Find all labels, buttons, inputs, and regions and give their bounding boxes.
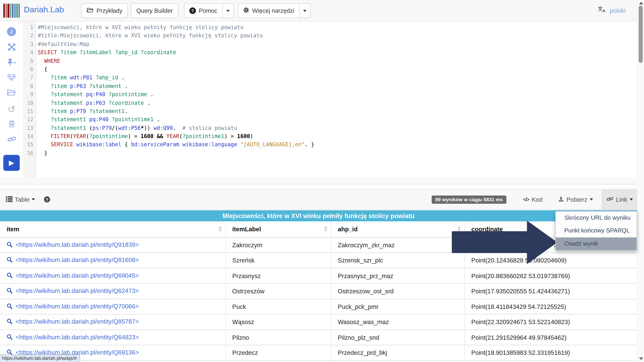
cell-ahp_id: Ostrzeszow_ost_srd — [331, 284, 464, 299]
query-builder-button[interactable]: Query Builder — [131, 3, 178, 18]
open-folder-icon — [87, 8, 94, 14]
question-circle-icon: ? — [190, 8, 196, 14]
chevron-down-icon — [303, 10, 306, 12]
info-icon[interactable]: i — [0, 27, 23, 36]
language-selector[interactable]: polski — [610, 7, 626, 14]
line-number: 2 — [23, 32, 36, 40]
entity-link[interactable]: <https://wikihum.lab.dariah.pl/entity/Q9… — [16, 241, 139, 248]
download-label: Pobierz — [566, 196, 587, 203]
dariah-logo-icon[interactable] — [3, 4, 20, 18]
code-label: Kod — [532, 196, 542, 203]
view-label: Table — [15, 196, 30, 203]
query-builder-label: Query Builder — [136, 8, 173, 14]
magnifier-icon[interactable] — [6, 303, 13, 310]
magnifier-icon[interactable] — [6, 257, 13, 264]
code-line[interactable]: ?statement pq:P40 ?pointintime . — [38, 90, 636, 99]
code-line[interactable]: ?statement1 (ps:P79/(wdt:P56*)) wd:Q99. … — [38, 124, 636, 132]
view-selector[interactable]: Table — [6, 196, 35, 203]
code-line[interactable]: } — [38, 149, 636, 157]
run-query-button[interactable]: ▶ — [3, 155, 20, 171]
download-button[interactable]: Pobierz — [558, 196, 593, 203]
gem-icon[interactable] — [0, 74, 23, 81]
results-title: Miejscowości, które w XVI wieku pełniły … — [0, 210, 637, 222]
cell-item: <https://wikihum.lab.dariah.pl/entity/Q7… — [0, 299, 226, 314]
cell-coordinate: Point(17.935020555 51.424436271) — [464, 284, 637, 299]
link-icon[interactable] — [0, 135, 23, 143]
entity-link[interactable]: <https://wikihum.lab.dariah.pl/entity/Q8… — [16, 256, 139, 264]
code-line[interactable]: #Miejscowości, które w XVI wieku pełniły… — [38, 24, 636, 32]
gear-icon — [243, 7, 249, 14]
cell-item: <https://wikihum.lab.dariah.pl/entity/Q8… — [0, 314, 226, 330]
line-number: 7 — [23, 74, 36, 82]
more-tools-button[interactable]: Więcej narzędzi — [238, 3, 299, 18]
line-gutter: 12345678910111213141516 — [23, 21, 36, 178]
column-header-itemLabel[interactable]: itemLabel — [226, 221, 331, 237]
entity-link[interactable]: <https://wikihum.lab.dariah.pl/entity/Q8… — [16, 318, 139, 325]
column-header-ahp_id[interactable]: ahp_id — [331, 221, 464, 237]
column-header-item[interactable]: item — [0, 221, 226, 237]
open-folder-icon[interactable] — [0, 89, 23, 96]
cell-ahp_id: Zakroczym_zkr_maz — [331, 237, 464, 253]
code-line[interactable]: #title:Miejscowości, które w XVI wieku p… — [38, 32, 636, 40]
download-icon — [558, 196, 564, 203]
menu-item-2[interactable]: Punkt końcowy SPARQL — [556, 224, 637, 237]
code-lines[interactable]: #Miejscowości, które w XVI wieku pełniły… — [38, 21, 636, 180]
menu-item-3[interactable]: Osadź wynik — [556, 237, 637, 250]
sort-icon[interactable] — [218, 226, 222, 232]
link-button[interactable]: Link — [602, 190, 637, 210]
code-line[interactable]: #defaultView:Map — [38, 40, 636, 48]
help-button[interactable]: ? Pomoc — [184, 3, 222, 18]
magnifier-icon[interactable] — [6, 334, 13, 341]
scrollbar-up-arrow[interactable] — [639, 2, 643, 4]
line-number: 4 — [23, 48, 36, 57]
magnifier-icon[interactable] — [6, 272, 13, 280]
link-label: Link — [616, 196, 627, 203]
magnifier-icon[interactable] — [6, 242, 13, 249]
cell-item: <https://wikihum.lab.dariah.pl/entity/Q6… — [0, 284, 226, 299]
trash-icon[interactable] — [0, 120, 23, 128]
code-line[interactable]: SERVICE wikibase:label { bd:serviceParam… — [38, 141, 636, 149]
pin-icon[interactable] — [0, 58, 23, 66]
examples-button[interactable]: Przykłady — [82, 3, 128, 18]
chevron-down-icon — [226, 10, 230, 12]
entity-link[interactable]: <https://wikihum.lab.dariah.pl/entity/Q6… — [16, 287, 139, 294]
scrollbar-thumb[interactable] — [639, 6, 643, 63]
table-row: <https://wikihum.lab.dariah.pl/entity/Q7… — [0, 299, 637, 314]
page-scrollbar[interactable] — [637, 0, 644, 362]
cell-coordinate: Point(18.411843429 54.72125525) — [464, 299, 637, 314]
brand-title[interactable]: Dariah.Lab — [24, 5, 64, 14]
code-button[interactable]: </> Kod — [523, 196, 542, 203]
code-line[interactable]: { — [38, 65, 636, 74]
table-row: <https://wikihum.lab.dariah.pl/entity/Q6… — [0, 345, 637, 360]
cell-itemLabel: Pilzno — [226, 330, 331, 345]
help-dropdown-toggle[interactable] — [222, 3, 234, 18]
help-circle-icon[interactable]: ? — [44, 196, 50, 202]
cell-coordinate: Point(20.883660262 53.019738769) — [464, 268, 637, 284]
line-number: 13 — [23, 124, 36, 132]
cell-item: <https://wikihum.lab.dariah.pl/entity/Q8… — [0, 253, 226, 268]
magnifier-icon[interactable] — [6, 288, 13, 295]
code-line[interactable]: ?statement1 pq:P40 ?pointintime1 . — [38, 116, 636, 124]
entity-link[interactable]: <https://wikihum.lab.dariah.pl/entity/Q6… — [16, 334, 139, 340]
code-line[interactable]: ?item p:P63 ?statement . — [38, 82, 636, 90]
line-number: 6 — [23, 65, 36, 74]
scrollbar-down-arrow[interactable] — [639, 357, 643, 360]
cell-itemLabel: Przedecz — [226, 345, 331, 360]
menu-item-1[interactable]: Skrócony URL do wyniku — [556, 212, 637, 224]
code-line[interactable]: ?item p:P79 ?statement1. — [38, 107, 636, 116]
history-icon: ↺ — [0, 105, 23, 114]
sort-icon[interactable] — [324, 226, 327, 232]
entity-link[interactable]: <https://wikihum.lab.dariah.pl/entity/Q7… — [16, 302, 139, 310]
more-tools-button-group: Więcej narzędzi — [238, 3, 311, 18]
more-tools-dropdown-toggle[interactable] — [299, 3, 311, 18]
fullscreen-icon[interactable] — [0, 43, 23, 52]
code-line[interactable]: SELECT ?item ?itemLabel ?ahp_id ?coordin… — [38, 48, 636, 57]
line-number: 10 — [23, 99, 36, 107]
magnifier-icon[interactable] — [6, 318, 13, 326]
more-tools-label: Więcej narzędzi — [252, 8, 294, 14]
code-line[interactable]: ?item wdt:P81 ?ahp_id . — [38, 74, 636, 82]
code-line[interactable]: FILTER(YEAR(?pointintime) = 1600 && YEAR… — [38, 132, 636, 141]
code-line[interactable]: WHERE — [38, 57, 636, 65]
entity-link[interactable]: <https://wikihum.lab.dariah.pl/entity/Q6… — [16, 272, 139, 279]
code-line[interactable]: ?statement ps:P63 ?coordinate . — [38, 99, 636, 107]
